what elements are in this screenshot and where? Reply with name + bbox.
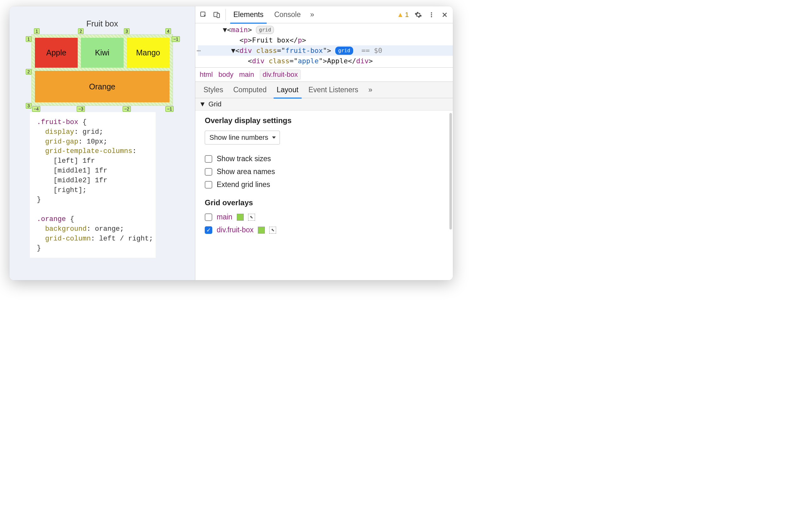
overlay-swatch-fruitbox[interactable] [258,227,265,234]
overlay-settings-title: Overlay display settings [205,116,444,125]
tab-elements[interactable]: Elements [229,6,268,23]
fruit-box-grid[interactable]: Apple Kiwi Mango Orange [31,34,173,106]
grid-line-left-1: 1 [26,36,31,42]
overlay-swatch-main[interactable] [237,214,244,221]
subtab-listeners[interactable]: Event Listeners [304,82,364,98]
reveal-icon[interactable]: ⬉ [248,214,255,221]
subtab-styles[interactable]: Styles [199,82,228,98]
cell-orange[interactable]: Orange [35,71,170,102]
crumb-html[interactable]: html [200,71,213,79]
dom-line-fruitbox[interactable]: ⋯ ▼<div class="fruit-box"> grid == $0 [198,45,453,56]
page-viewport: Fruit box Apple Kiwi Mango Orange 1 2 3 … [10,6,195,280]
overlay-check-fruitbox[interactable]: ✓ [205,226,212,234]
svg-rect-2 [217,14,219,18]
cell-kiwi[interactable]: Kiwi [81,38,124,68]
check-track-sizes-row[interactable]: Show track sizes [205,155,444,163]
subtab-computed[interactable]: Computed [228,82,272,98]
grid-line-left-3: 3 [26,103,31,109]
grid-overlays-title: Grid overlays [205,198,444,207]
check-area-names-row[interactable]: Show area names [205,167,444,176]
svg-point-5 [431,16,432,17]
page-title: Fruit box [16,19,189,29]
svg-point-4 [431,14,432,15]
disclosure-triangle-icon[interactable]: ▼ [199,100,206,108]
cell-mango[interactable]: Mango [127,38,170,68]
subtab-layout[interactable]: Layout [272,82,304,98]
checkbox-area-names[interactable] [205,168,212,176]
overlay-name-main[interactable]: main [217,213,232,221]
dom-line-p[interactable]: <p>Fruit box</p> [198,35,453,45]
dom-line-main[interactable]: ▼<main> grid [198,25,453,35]
grid-line-top-1: 1 [34,28,40,34]
css-snippet: .fruit-box { display: grid; grid-gap: 10… [30,112,156,258]
window: Fruit box Apple Kiwi Mango Orange 1 2 3 … [10,6,453,280]
overlay-name-fruitbox[interactable]: div.fruit-box [217,226,253,234]
grid-line-bot-1: −4 [32,106,40,112]
tab-console[interactable]: Console [270,6,305,23]
overlay-check-main[interactable] [205,213,212,221]
grid-line-bot-2: −3 [77,106,85,112]
check-extend-lines-row[interactable]: Extend grid lines [205,180,444,189]
grid-section-body: Overlay display settings Show line numbe… [195,111,453,242]
grid-line-bot-4: −1 [165,106,174,112]
grid-overlay-wrap: Apple Kiwi Mango Orange 1 2 3 4 1 2 3 −1… [31,34,173,106]
overlay-row-fruitbox[interactable]: ✓ div.fruit-box ⬉ [205,226,444,234]
crumb-main[interactable]: main [239,71,254,79]
dom-ellipsis-icon[interactable]: ⋯ [197,45,201,56]
grid-line-top-4: 4 [165,28,171,34]
grid-line-bot-3: −2 [122,106,131,112]
device-toggle-icon[interactable] [211,9,222,20]
svg-point-3 [431,12,432,14]
grid-section-header[interactable]: ▼ Grid [195,98,453,111]
overlay-row-main[interactable]: main ⬉ [205,213,444,221]
devtools-toolbar: Elements Console » ▲ 1 [195,6,453,23]
scrollbar[interactable] [449,113,452,229]
warning-icon: ▲ [397,11,404,19]
cell-apple[interactable]: Apple [35,38,78,68]
reveal-icon[interactable]: ⬉ [269,227,276,234]
close-icon[interactable] [439,9,450,20]
breadcrumb[interactable]: html body main div.fruit-box [195,68,453,82]
dom-line-apple[interactable]: <div class="apple">Apple</div> [198,56,453,66]
tabs-overflow-icon[interactable]: » [307,10,317,19]
dom-tree[interactable]: ▼<main> grid <p>Fruit box</p> ⋯ ▼<div cl… [195,23,453,68]
checkbox-extend-lines[interactable] [205,181,212,188]
subtab-more[interactable]: » [363,82,377,98]
grid-line-top-2: 2 [78,28,84,34]
kebab-icon[interactable] [426,9,437,20]
checkbox-track-sizes[interactable] [205,155,212,163]
inspect-icon[interactable] [198,9,209,20]
line-numbers-select[interactable]: Show line numbers [205,131,280,144]
grid-line-left-2: 2 [26,69,31,74]
grid-line-right-1: −1 [172,36,180,42]
crumb-fruitbox[interactable]: div.fruit-box [260,70,301,80]
devtools: Elements Console » ▲ 1 ▼<main> grid <p>F… [195,6,453,280]
grid-line-top-3: 3 [124,28,130,34]
warning-count[interactable]: ▲ 1 [397,11,409,19]
gear-icon[interactable] [412,9,424,20]
crumb-body[interactable]: body [219,71,234,79]
styles-tabs: Styles Computed Layout Event Listeners » [195,82,453,98]
